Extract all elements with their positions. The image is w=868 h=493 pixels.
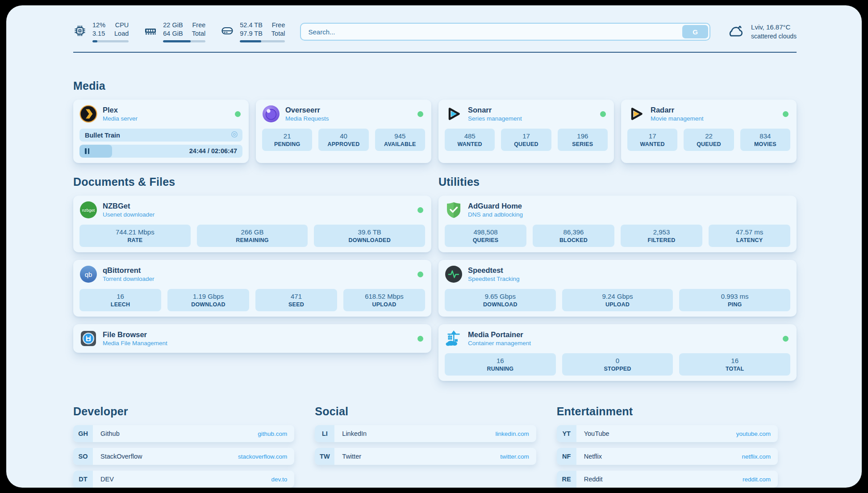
stat-label: STOPPED [565, 366, 671, 372]
service-name: NZBGet [103, 202, 412, 210]
stat-seed: 471SEED [255, 289, 337, 311]
stat-value: 744.21 Mbps [82, 228, 188, 236]
service-card-overseerr[interactable]: OverseerrMedia Requests21PENDING40APPROV… [256, 100, 431, 163]
stat-label: BLOCKED [535, 237, 612, 243]
section-title-utilities: Utilities [438, 175, 797, 188]
service-stats: 744.21 MbpsRATE266 GBREMAINING39.6 TBDOW… [79, 225, 425, 247]
bookmark-github[interactable]: GHGithubgithub.com [73, 425, 294, 442]
service-card-qbittorrent[interactable]: qbqBittorrentTorrent downloader16LEECH1.… [73, 260, 431, 317]
service-card-plex[interactable]: PlexMedia serverBullet Train24:44 / 02:0… [73, 100, 249, 163]
bookmark-name: YouTube [576, 430, 736, 437]
service-name: qBittorrent [103, 266, 412, 275]
disk-total: 97.9 TB [240, 29, 263, 38]
disk-progress-track [240, 40, 285, 42]
service-description: Series management [468, 115, 595, 122]
weather-condition: scattered clouds [751, 32, 797, 41]
bookmark-list: LILinkedInlinkedin.comTWTwittertwitter.c… [315, 425, 536, 465]
service-titles: File BrowserMedia File Management [103, 330, 412, 347]
service-card-nzbget[interactable]: nzbgetNZBGetUsenet downloader744.21 Mbps… [73, 196, 431, 252]
bookmark-stackoverflow[interactable]: SOStackOverflowstackoverflow.com [73, 448, 294, 465]
service-name: Overseerr [285, 106, 412, 114]
service-stats: 21PENDING40APPROVED945AVAILABLE [262, 129, 425, 151]
ram-progress-fill [163, 40, 191, 42]
search-engine-button[interactable]: G [682, 25, 708, 38]
service-card-header: SonarrSeries management [445, 105, 608, 123]
svg-text:nzbget: nzbget [82, 208, 95, 213]
bookmark-abbr: SO [73, 448, 93, 465]
stat-label: QUERIES [447, 237, 524, 243]
disc-icon[interactable] [231, 131, 238, 139]
cpu-progress-fill [92, 40, 97, 42]
bookmark-name: StackOverflow [93, 453, 238, 460]
stat-value: 40 [321, 132, 366, 140]
service-name: Speedtest [468, 266, 790, 275]
stat-label: LATENCY [711, 237, 788, 243]
service-card-sonarr[interactable]: SonarrSeries management485WANTED17QUEUED… [438, 100, 614, 163]
bookmark-name: LinkedIn [334, 430, 495, 437]
stat-label: APPROVED [321, 141, 366, 147]
service-titles: qBittorrentTorrent downloader [103, 266, 412, 282]
stat-value: 196 [560, 132, 605, 140]
service-name: Media Portainer [468, 330, 777, 339]
service-card-adguard[interactable]: AdGuard HomeDNS and adblocking498,508QUE… [438, 196, 797, 252]
section-title-documents: Documents & Files [73, 175, 431, 188]
middle-columns: Documents & Files nzbgetNZBGetUsenet dow… [73, 175, 797, 381]
service-card-portainer[interactable]: Media PortainerContainer management16RUN… [438, 324, 797, 381]
ram-free: 22 GiB [163, 21, 183, 29]
stat-blocked: 86,396BLOCKED [533, 225, 614, 247]
bookmark-youtube[interactable]: YTYouTubeyoutube.com [557, 425, 778, 442]
stat-remaining: 266 GBREMAINING [197, 225, 308, 247]
stat-available: 945AVAILABLE [375, 129, 425, 151]
stat-latency: 47.57 msLATENCY [709, 225, 790, 247]
section-media: Media PlexMedia serverBullet Train24:44 … [73, 79, 797, 163]
stat-label: TOTAL [682, 366, 788, 372]
stat-label: LEECH [82, 301, 159, 308]
bookmark-url: reddit.com [743, 476, 778, 483]
bookmark-url: netflix.com [742, 453, 778, 460]
service-card-filebrowser[interactable]: File BrowserMedia File Management [73, 324, 431, 353]
now-playing-title: Bullet Train [85, 132, 120, 139]
service-card-radarr[interactable]: RadarrMovie management17WANTED22QUEUED83… [621, 100, 797, 163]
stat-value: 0.993 ms [682, 292, 788, 300]
status-dot-online [417, 336, 423, 342]
status-dot-online [417, 111, 423, 117]
ram-label: Free [192, 21, 206, 29]
service-name: Radarr [651, 106, 777, 114]
stat-value: 47.57 ms [711, 228, 788, 236]
service-description: Usenet downloader [103, 211, 412, 218]
section-title-social: Social [315, 405, 536, 418]
ram-progress-track [163, 40, 205, 42]
top-bar: 12% CPU 3.15 Load [73, 19, 797, 45]
bookmark-linkedin[interactable]: LILinkedInlinkedin.com [315, 425, 536, 442]
bookmark-dev[interactable]: DTDEVdev.to [73, 471, 294, 488]
service-description: Movie management [651, 115, 777, 122]
cpu-chip-icon [73, 24, 87, 39]
bookmark-abbr: YT [557, 425, 576, 442]
portainer-icon [445, 330, 463, 347]
ram-total: 64 GiB [163, 29, 183, 38]
service-description: Media File Management [103, 340, 412, 347]
bookmark-twitter[interactable]: TWTwittertwitter.com [315, 448, 536, 465]
bookmark-abbr: GH [73, 425, 93, 442]
stat-value: 9.65 Gbps [447, 292, 553, 300]
service-card-header: RadarrMovie management [627, 105, 790, 123]
service-name: File Browser [103, 330, 412, 339]
stat-value: 9.24 Gbps [565, 292, 671, 300]
service-description: Torrent downloader [103, 276, 412, 282]
service-description: DNS and adblocking [468, 211, 790, 218]
stat-queries: 498,508QUERIES [445, 225, 526, 247]
bookmark-name: Github [93, 430, 258, 437]
stat-label: REMAINING [200, 237, 305, 243]
bookmark-reddit[interactable]: RERedditreddit.com [557, 471, 778, 488]
bookmark-netflix[interactable]: NFNetflixnetflix.com [557, 448, 778, 465]
stat-label: RATE [82, 237, 188, 243]
service-card-header: OverseerrMedia Requests [262, 105, 425, 123]
stat-value: 2,953 [623, 228, 700, 236]
status-dot-online [783, 336, 789, 342]
overseerr-icon [262, 105, 280, 123]
status-dot-online [417, 272, 423, 277]
status-dot-online [235, 111, 241, 117]
search-input[interactable] [300, 23, 710, 41]
service-card-speedtest[interactable]: SpeedtestSpeedtest Tracking9.65 GbpsDOWN… [438, 260, 797, 317]
stat-value: 834 [743, 132, 788, 140]
